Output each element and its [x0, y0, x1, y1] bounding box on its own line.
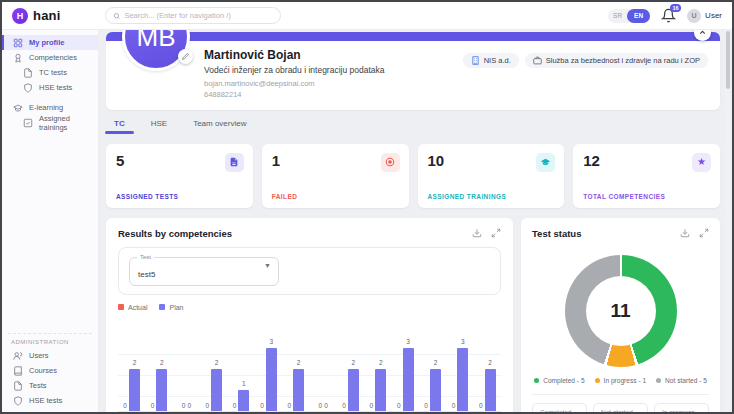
- bar-value-label: 2: [215, 360, 219, 367]
- profile-email: bojan.martinovic@deepsinai.com: [204, 78, 708, 89]
- legend-item[interactable]: Not started - 5: [656, 377, 707, 384]
- donut-chart: 11: [565, 255, 677, 367]
- download-icon[interactable]: [472, 228, 482, 238]
- notifications-button[interactable]: 16: [661, 8, 676, 23]
- bar-value-label: 0: [233, 403, 237, 410]
- bar-value-label: 0: [342, 403, 346, 410]
- department-badge: Služba za bezbednost i zdravlje na radu …: [525, 53, 708, 68]
- user-menu[interactable]: U User: [687, 9, 722, 23]
- sidebar-item-tc-tests[interactable]: TC tests: [2, 65, 98, 80]
- pencil-icon: [182, 53, 189, 60]
- profile-tabs: TC HSE Team overview: [114, 119, 723, 134]
- bar-value-label: 2: [297, 360, 301, 367]
- bar: [293, 369, 304, 411]
- chevron-up-icon: [698, 30, 707, 37]
- mini-card-not-started: Not started 5: [593, 403, 648, 413]
- main-content: MB Martinović Bojan Vodeći inženjer za o…: [100, 30, 723, 412]
- bar-category: 02istica...: [364, 325, 391, 413]
- bar-category: 02ital Pr...: [419, 325, 446, 413]
- app-logo[interactable]: H hani: [2, 8, 99, 24]
- bar-category: 03USOI: [392, 325, 419, 413]
- bar: [266, 348, 277, 411]
- bar-value-label: 0: [123, 403, 127, 410]
- bar-value-label: 0: [452, 403, 456, 410]
- stat-label: FAILED: [272, 193, 298, 200]
- sidebar-item-label: HSE tests: [39, 83, 72, 92]
- search-icon: [113, 12, 120, 20]
- bar: [129, 369, 140, 411]
- profile-phone: 648882214: [204, 89, 708, 100]
- legend-item[interactable]: In progress - 1: [595, 377, 647, 384]
- bar-category: 02lity, A...: [118, 325, 145, 413]
- sidebar-item-label: Assigned trainings: [39, 114, 92, 132]
- edit-avatar-button[interactable]: [178, 49, 193, 64]
- sidebar-item-my-profile[interactable]: My profile: [2, 35, 98, 50]
- sidebar-item-hse-tests[interactable]: HSE tests: [2, 80, 98, 95]
- sidebar: My profile Competencies TC tests HSE tes…: [2, 30, 99, 412]
- bar: [430, 369, 441, 411]
- divider: [532, 394, 709, 395]
- profile-card: MB Martinović Bojan Vodeći inženjer za o…: [106, 32, 720, 110]
- bar-value-label: 0: [182, 403, 186, 410]
- results-by-competencies-panel: Results by competencies Test test5 ▼ Act…: [106, 218, 513, 413]
- top-bar: H hani SR EN 16 U User: [2, 2, 732, 30]
- stat-card-failed: 1 FAILED: [262, 144, 409, 208]
- bar-value-label: 2: [133, 360, 137, 367]
- bar-category: 02Visua...: [474, 325, 501, 413]
- bar: [156, 369, 167, 411]
- admin-section-title: ADMINISTRATION: [2, 339, 98, 348]
- panel-title: Results by competencies: [118, 228, 232, 239]
- sidebar-item-admin-hse-tests[interactable]: HSE tests: [2, 393, 98, 408]
- tab-hse[interactable]: HSE: [151, 119, 167, 134]
- vertical-scrollbar[interactable]: [725, 31, 730, 410]
- award-icon: [13, 53, 23, 63]
- expand-icon[interactable]: [699, 228, 709, 238]
- download-icon[interactable]: [680, 228, 690, 238]
- bar-value-label: 0: [324, 403, 328, 410]
- file-icon: [23, 68, 33, 78]
- bar-value-label: 0: [151, 403, 155, 410]
- logo-icon: H: [12, 8, 28, 24]
- stat-card-assigned-trainings: 10 ASSIGNED TRAININGS: [418, 144, 565, 208]
- language-toggle[interactable]: SR EN: [608, 9, 650, 23]
- mini-card-label: Not started: [601, 409, 640, 413]
- sidebar-item-courses[interactable]: Courses: [2, 363, 98, 378]
- sidebar-item-tests[interactable]: Tests: [2, 378, 98, 393]
- divider: [8, 333, 92, 334]
- expand-icon[interactable]: [491, 228, 501, 238]
- lang-en-option[interactable]: EN: [627, 9, 650, 23]
- legend-item[interactable]: Plan: [159, 304, 183, 311]
- dashboard-grid-icon: [13, 38, 23, 48]
- search-bar[interactable]: [105, 7, 281, 24]
- bar: [485, 369, 496, 411]
- sidebar-item-label: My profile: [29, 38, 64, 47]
- shield-icon: [23, 83, 33, 93]
- sidebar-item-label: Tests: [29, 381, 47, 390]
- lang-sr-option[interactable]: SR: [608, 12, 627, 19]
- test-select[interactable]: Test test5 ▼: [129, 257, 279, 286]
- sidebar-item-users[interactable]: Users: [2, 348, 98, 363]
- legend-item[interactable]: Completed - 5: [534, 377, 584, 384]
- app-window: H hani SR EN 16 U User: [0, 0, 734, 414]
- notification-badge: 16: [670, 4, 681, 12]
- bar-value-label: 0: [424, 403, 428, 410]
- stats-row: 5 ASSIGNED TESTS 1 FAILED 10 ASSIGNED TR…: [106, 144, 720, 208]
- star-icon: ★: [692, 153, 711, 172]
- building-icon: [471, 56, 480, 65]
- legend-item[interactable]: Actual: [118, 304, 147, 311]
- sidebar-item-label: HSE tests: [29, 396, 62, 405]
- sidebar-item-assigned-trainings[interactable]: Assigned trainings: [2, 115, 98, 130]
- user-avatar: U: [687, 9, 701, 23]
- bar-value-label: 2: [434, 360, 438, 367]
- legend-label: Not started - 5: [665, 377, 707, 384]
- legend-swatch: [118, 304, 124, 310]
- tab-tc[interactable]: TC: [114, 119, 125, 134]
- logo-text: hani: [33, 8, 61, 23]
- bar-value-label: 1: [242, 381, 246, 388]
- scrollbar-thumb[interactable]: [726, 31, 730, 89]
- sidebar-item-competencies[interactable]: Competencies: [2, 50, 98, 65]
- search-input[interactable]: [124, 11, 273, 20]
- bar-value-label: 3: [269, 339, 273, 346]
- tab-team-overview[interactable]: Team overview: [193, 119, 246, 134]
- stat-value: 1: [272, 152, 399, 169]
